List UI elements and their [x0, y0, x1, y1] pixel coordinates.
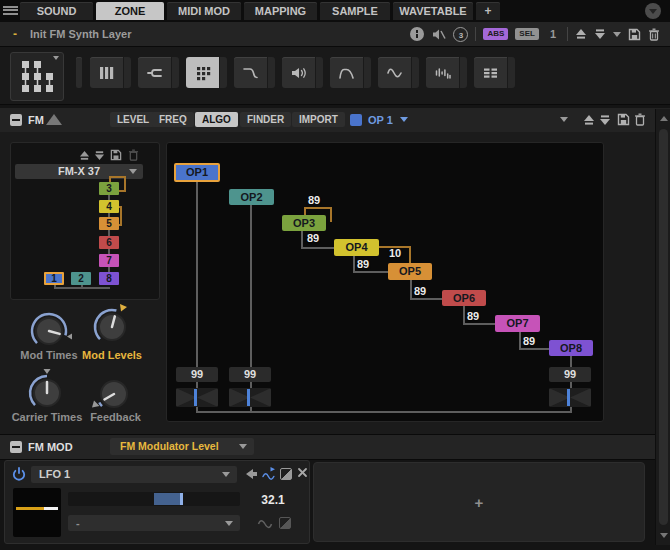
tab-wavetable[interactable]: WAVETABLE	[393, 2, 473, 20]
tab-sample[interactable]: SAMPLE	[320, 2, 390, 20]
mod-destination-dropdown[interactable]: -	[68, 515, 240, 531]
fm-device-button[interactable]	[10, 52, 64, 101]
op8-level-box[interactable]: 99	[549, 367, 591, 382]
move-up-icon[interactable]	[583, 114, 595, 126]
op5-op6-amount[interactable]: 89	[414, 285, 426, 297]
op2-level-box[interactable]: 99	[229, 367, 271, 382]
voice-count-icon[interactable]: 3	[453, 27, 468, 42]
edit-curve-icon-disabled[interactable]	[279, 517, 291, 529]
close-icon[interactable]	[297, 467, 308, 480]
mini-op4[interactable]: 4	[99, 200, 119, 213]
module-routing-button[interactable]	[474, 57, 507, 88]
mini-op7[interactable]: 7	[99, 254, 119, 267]
collapse-editor-button[interactable]	[645, 3, 661, 19]
move-up-icon[interactable]	[575, 28, 587, 40]
op6-node[interactable]: OP6	[442, 290, 486, 306]
power-icon[interactable]	[12, 467, 26, 481]
tab-mapping[interactable]: MAPPING	[244, 2, 317, 20]
curve-icon-disabled[interactable]	[257, 518, 273, 530]
op-selector[interactable]: OP 1	[368, 114, 393, 126]
slider-handle[interactable]	[180, 493, 183, 505]
op7-node[interactable]: OP7	[495, 315, 540, 332]
module-expand-strip[interactable]	[363, 57, 371, 88]
module-keyboard-button[interactable]	[90, 57, 123, 88]
module-tuner-button[interactable]	[138, 57, 171, 88]
module-expand-strip[interactable]	[507, 57, 515, 88]
mini-op1[interactable]: 1	[44, 272, 64, 285]
mini-op8[interactable]: 8	[99, 272, 119, 285]
module-decay-env-button[interactable]	[234, 57, 267, 88]
collapse-section-icon[interactable]	[10, 114, 22, 126]
save-preset-icon[interactable]	[110, 149, 122, 161]
module-expand-strip[interactable]	[459, 57, 467, 88]
device-shape-icon[interactable]	[46, 114, 62, 125]
dropdown-caret-icon[interactable]	[613, 32, 621, 37]
lfo-waveform-display[interactable]	[13, 488, 61, 537]
module-expand-strip[interactable]	[411, 57, 419, 88]
op7-op8-amount[interactable]: 89	[523, 335, 535, 347]
prev-preset-icon[interactable]	[79, 150, 90, 161]
edit-curve-icon[interactable]	[280, 468, 292, 480]
tab-zone[interactable]: ZONE	[96, 2, 164, 20]
fm-tab-level[interactable]: LEVEL	[110, 112, 156, 127]
op4-op5-amount[interactable]: 89	[357, 258, 369, 270]
fm-tab-freq[interactable]: FREQ	[152, 112, 194, 127]
op-selector-caret-icon[interactable]	[400, 117, 408, 122]
mini-op3[interactable]: 3	[99, 182, 119, 195]
module-amp-button[interactable]	[282, 57, 315, 88]
op2-pan-widget[interactable]	[229, 388, 271, 407]
mini-op2[interactable]: 2	[71, 272, 91, 285]
op4-node[interactable]: OP4	[334, 239, 379, 256]
fm-algorithm-matrix[interactable]: OP1 OP2 OP3 OP4 OP5 OP6 OP7 OP8 89 89 10…	[166, 142, 604, 422]
mod-amount-slider[interactable]	[68, 492, 240, 506]
modulator-type-dropdown[interactable]: LFO 1	[31, 466, 237, 483]
add-tab-button[interactable]: +	[476, 2, 500, 20]
op1-pan-widget[interactable]	[176, 388, 218, 407]
delete-icon[interactable]	[648, 28, 660, 41]
module-expand-strip[interactable]	[315, 57, 323, 88]
save-icon[interactable]	[617, 113, 630, 126]
back-arrow-icon[interactable]	[245, 468, 258, 480]
module-expand-strip[interactable]	[171, 57, 179, 88]
delete-preset-icon[interactable]	[128, 149, 139, 161]
op5-node[interactable]: OP5	[388, 263, 432, 280]
scroll-down-icon[interactable]	[660, 533, 668, 538]
op-color-swatch[interactable]	[350, 114, 362, 126]
move-down-icon[interactable]	[594, 28, 606, 40]
module-expand-strip[interactable]	[267, 57, 275, 88]
sel-mode-badge[interactable]: SEL	[515, 28, 539, 40]
module-fm-matrix-button[interactable]	[186, 57, 219, 88]
scroll-up-icon[interactable]	[660, 116, 668, 121]
abs-mode-badge[interactable]: ABS	[483, 28, 508, 40]
tab-sound[interactable]: SOUND	[20, 2, 93, 20]
op3-node[interactable]: OP3	[282, 215, 326, 231]
op8-pan-widget[interactable]	[549, 388, 591, 407]
collapse-section-icon[interactable]	[10, 441, 22, 453]
menu-icon[interactable]	[3, 4, 18, 18]
op8-node[interactable]: OP8	[549, 340, 593, 356]
op2-node[interactable]: OP2	[229, 189, 274, 205]
add-modulator-slot[interactable]: +	[313, 462, 645, 542]
vertical-scrollbar[interactable]	[655, 109, 670, 545]
info-icon[interactable]	[410, 27, 424, 41]
fm-tab-finder[interactable]: FINDER	[240, 112, 291, 127]
preset-slot-caret-icon[interactable]	[560, 117, 568, 122]
op6-op7-amount[interactable]: 89	[467, 310, 479, 322]
move-down-icon[interactable]	[599, 114, 611, 126]
mod-amount-value[interactable]: 32.1	[253, 493, 293, 507]
module-expand-strip[interactable]	[219, 57, 227, 88]
save-icon[interactable]	[628, 28, 641, 41]
modulation-route-icon[interactable]	[262, 466, 276, 481]
delete-icon[interactable]	[634, 113, 646, 126]
mod-levels-knob[interactable]	[87, 302, 137, 352]
mute-icon[interactable]	[431, 27, 446, 42]
module-lfo-button[interactable]	[378, 57, 411, 88]
op1-level-box[interactable]: 99	[176, 367, 218, 382]
scrollbar-thumb[interactable]	[659, 129, 668, 525]
module-expand-strip[interactable]	[123, 57, 131, 88]
op1-node[interactable]: OP1	[174, 163, 220, 182]
module-spectrum-button[interactable]	[426, 57, 459, 88]
op4-op5-loop-amount[interactable]: 10	[389, 247, 401, 259]
fm-tab-algo[interactable]: ALGO	[195, 112, 238, 127]
next-preset-icon[interactable]	[94, 150, 105, 161]
